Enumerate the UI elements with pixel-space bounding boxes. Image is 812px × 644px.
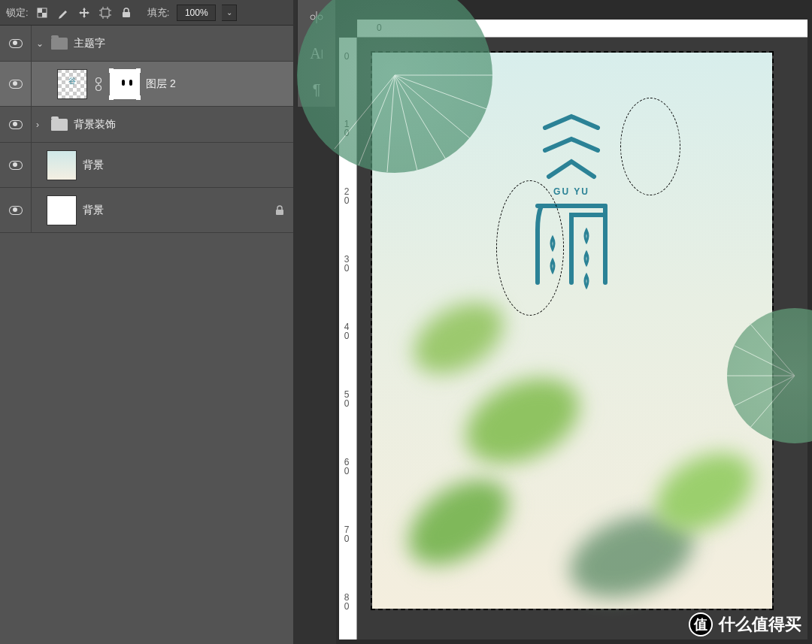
canvas-area: 0 0 10 20 30 40 50 60 70 80	[336, 0, 812, 644]
lock-label: 锁定:	[6, 6, 29, 20]
svg-rect-12	[123, 12, 130, 17]
layers-panel-header: 锁定: 填充: ⌄	[0, 0, 293, 26]
svg-line-30	[750, 323, 795, 376]
lock-brush-icon[interactable]	[56, 5, 71, 20]
layer-item-bg2[interactable]: 背景	[0, 188, 293, 233]
layer-name-label: 主题字	[74, 37, 105, 50]
eye-icon	[9, 80, 23, 89]
svg-line-25	[387, 75, 395, 172]
eye-icon	[9, 161, 23, 170]
ruler-tick: 80	[341, 592, 352, 610]
visibility-toggle[interactable]	[0, 62, 32, 106]
fan-decoration	[297, 0, 492, 173]
fill-label: 填充:	[147, 6, 170, 20]
ruler-tick: 40	[341, 322, 352, 340]
fill-dropdown-icon[interactable]: ⌄	[222, 5, 237, 21]
visibility-toggle[interactable]	[0, 143, 32, 187]
fill-input[interactable]	[177, 5, 216, 21]
layer-group-bg-decor[interactable]: › 背景装饰	[0, 107, 293, 143]
leaf-decoration	[401, 288, 517, 389]
ruler-tick: 30	[341, 254, 352, 272]
visibility-toggle[interactable]	[0, 107, 32, 142]
layer-name-label: 背景装饰	[74, 118, 116, 132]
selection-ellipse	[620, 98, 680, 195]
eye-icon	[9, 206, 23, 215]
svg-rect-3	[102, 9, 109, 17]
layer-group-theme[interactable]: ⌄ 主题字	[0, 26, 293, 62]
canvas-viewport[interactable]: GU YU	[357, 38, 807, 639]
eye-icon	[9, 39, 23, 48]
lock-move-icon[interactable]	[77, 5, 92, 20]
svg-line-31	[735, 376, 795, 406]
layer-name-label: 图层 2	[146, 77, 176, 91]
folder-icon	[51, 119, 68, 131]
leaf-decoration	[452, 361, 592, 480]
layer-thumbnail[interactable]	[47, 150, 77, 180]
chevron-right-icon[interactable]: ›	[36, 119, 45, 130]
visibility-toggle[interactable]	[0, 26, 32, 61]
layer-thumbnail[interactable]: 谷	[57, 69, 87, 99]
chevron-down-icon[interactable]: ⌄	[36, 38, 45, 49]
watermark: 值 什么值得买	[689, 612, 801, 636]
watermark-text: 什么值得买	[719, 613, 801, 636]
lock-all-icon[interactable]	[119, 5, 134, 20]
layer-name-label: 背景	[83, 204, 104, 217]
svg-line-22	[395, 75, 470, 138]
selection-ellipse	[496, 180, 564, 316]
artboard[interactable]: GU YU	[372, 53, 772, 609]
layer-item-layer2[interactable]: 谷 图层 2	[0, 62, 293, 107]
svg-point-14	[96, 85, 102, 90]
ruler-tick: 60	[341, 457, 352, 475]
svg-rect-2	[42, 13, 47, 17]
lock-icon[interactable]	[266, 205, 293, 216]
svg-line-27	[335, 75, 395, 149]
mask-thumbnail[interactable]	[110, 69, 140, 99]
watermark-badge: 值	[689, 612, 713, 636]
ruler-tick: 50	[341, 389, 352, 407]
visibility-toggle[interactable]	[0, 188, 32, 232]
svg-line-29	[735, 346, 795, 376]
fan-decoration	[727, 308, 812, 443]
layer-name-label: 背景	[83, 159, 104, 172]
layer-item-bg1[interactable]: 背景	[0, 143, 293, 188]
folder-icon	[51, 38, 68, 50]
svg-line-21	[395, 75, 486, 109]
svg-rect-16	[276, 210, 283, 215]
svg-point-13	[96, 77, 102, 83]
layers-panel: 锁定: 填充: ⌄ ⌄ 主题字 谷	[0, 0, 293, 644]
svg-line-32	[750, 376, 795, 428]
svg-line-23	[395, 75, 446, 159]
link-icon[interactable]	[93, 75, 104, 93]
lock-transparency-icon[interactable]	[35, 5, 50, 20]
lock-artboard-icon[interactable]	[98, 5, 113, 20]
leaf-decoration	[393, 462, 524, 582]
ruler-tick: 20	[341, 186, 352, 204]
svg-line-26	[359, 75, 395, 165]
svg-line-24	[395, 75, 417, 171]
layer-thumbnail[interactable]	[47, 195, 77, 225]
ruler-tick: 70	[341, 525, 352, 543]
svg-rect-1	[38, 8, 42, 13]
eye-icon	[9, 120, 23, 129]
